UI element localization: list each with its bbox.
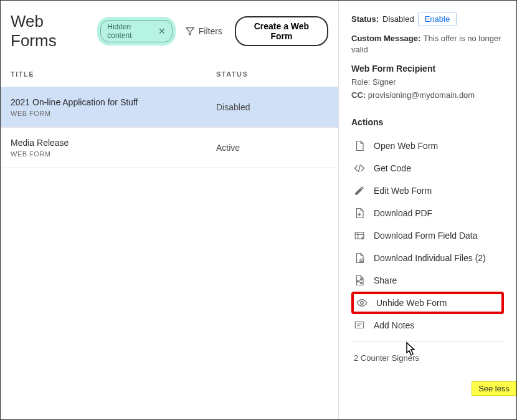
action-label: Open Web Form <box>374 141 438 151</box>
filter-chip-hidden-content[interactable]: Hidden content ✕ <box>100 20 172 42</box>
table-row[interactable]: 2021 On-line Application for Stuff WEB F… <box>1 87 338 128</box>
file-icon <box>354 140 365 151</box>
action-open-web-form[interactable]: Open Web Form <box>351 135 504 157</box>
share-icon <box>354 275 365 286</box>
custom-message-label: Custom Message: <box>351 34 420 43</box>
code-icon <box>354 163 365 174</box>
column-status[interactable]: STATUS <box>216 70 328 78</box>
page-title: Web Forms <box>11 12 88 50</box>
download-data-icon <box>354 230 365 241</box>
cc-label: CC: <box>351 90 366 100</box>
action-download-form-field-data[interactable]: Download Form Field Data <box>351 224 504 247</box>
action-label: Add Notes <box>374 320 414 330</box>
svg-point-2 <box>357 280 358 282</box>
svg-point-5 <box>361 302 364 305</box>
column-title[interactable]: TITLE <box>11 70 216 78</box>
eye-icon <box>356 297 368 308</box>
row-title: Media Release <box>11 138 216 148</box>
action-get-code[interactable]: Get Code <box>351 157 504 179</box>
action-label: Download PDF <box>374 208 432 218</box>
action-label: Share <box>374 275 397 285</box>
download-files-icon <box>354 252 365 264</box>
custom-message-block: Custom Message: This offer is no longer … <box>351 32 504 55</box>
funnel-icon <box>185 26 195 36</box>
pencil-icon <box>354 185 365 196</box>
svg-rect-6 <box>355 322 364 328</box>
cc-value: provisioning@mydomain.dom <box>368 90 475 100</box>
counter-signers[interactable]: 2 Counter Signers <box>351 341 504 374</box>
enable-button[interactable]: Enable <box>418 12 457 26</box>
close-icon[interactable]: ✕ <box>158 26 166 36</box>
recipient-heading: Web Form Recipient <box>351 64 504 74</box>
actions-heading: Actions <box>351 117 504 127</box>
table-row[interactable]: Media Release WEB FORM Active <box>1 128 338 168</box>
action-label: Get Code <box>374 163 411 173</box>
main-panel: Web Forms Hidden content ✕ Filters Creat… <box>1 1 339 419</box>
action-label: Download Form Field Data <box>374 231 478 241</box>
cc-row: CC: provisioning@mydomain.dom <box>351 90 504 100</box>
details-panel: Status: Disabled Enable Custom Message: … <box>339 1 516 419</box>
row-status: Active <box>216 143 328 153</box>
action-edit-web-form[interactable]: Edit Web Form <box>351 179 504 202</box>
status-label: Status: <box>351 14 379 24</box>
action-download-individual-files-2[interactable]: Download Individual Files (2) <box>351 247 504 269</box>
action-add-notes[interactable]: Add Notes <box>351 314 504 336</box>
action-label: Download Individual Files (2) <box>374 253 486 263</box>
web-forms-table: TITLE STATUS 2021 On-line Application fo… <box>1 62 338 168</box>
svg-point-4 <box>361 282 362 284</box>
note-icon <box>354 320 365 331</box>
action-unhide-web-form[interactable]: Unhide Web Form <box>351 292 504 314</box>
role-row: Role: Signer <box>351 77 504 87</box>
download-pdf-icon <box>354 208 365 219</box>
chip-label: Hidden content <box>107 22 153 40</box>
status-value: Disabled <box>382 14 414 24</box>
filters-label: Filters <box>199 26 222 36</box>
create-web-form-button[interactable]: Create a Web Form <box>235 16 328 46</box>
actions-list: Open Web FormGet CodeEdit Web FormDownlo… <box>351 135 504 336</box>
row-status: Disabled <box>216 102 328 112</box>
action-download-pdf[interactable]: Download PDF <box>351 202 504 224</box>
svg-point-3 <box>361 279 362 280</box>
action-label: Unhide Web Form <box>376 298 447 308</box>
action-share[interactable]: Share <box>351 269 504 292</box>
see-less-button[interactable]: See less <box>472 381 516 396</box>
filters-button[interactable]: Filters <box>179 22 229 40</box>
row-subtype: WEB FORM <box>11 110 216 117</box>
row-title: 2021 On-line Application for Stuff <box>11 97 216 107</box>
status-row: Status: Disabled Enable <box>351 12 504 26</box>
row-subtype: WEB FORM <box>11 150 216 158</box>
role-value: Signer <box>372 77 396 87</box>
table-header: TITLE STATUS <box>1 62 338 87</box>
role-label: Role: <box>351 77 370 87</box>
action-label: Edit Web Form <box>374 186 432 196</box>
